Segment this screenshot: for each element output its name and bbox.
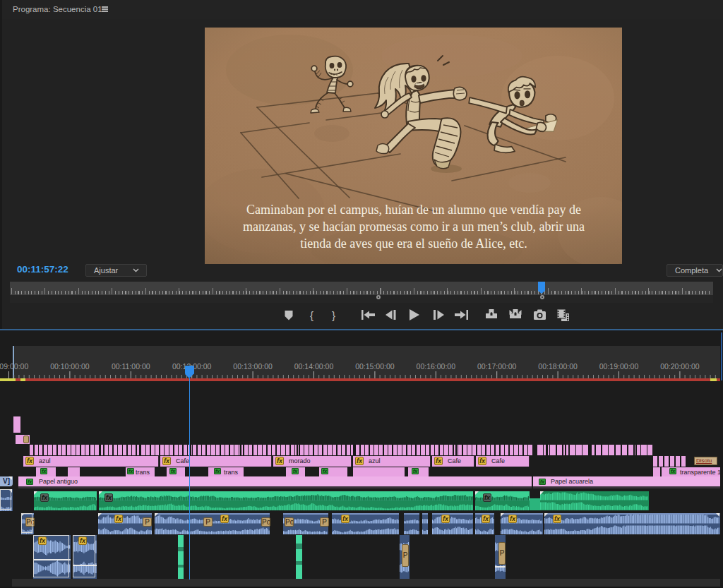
svg-text:tienda de aves que era el sueñ: tienda de aves que era el sueño de Alice… bbox=[300, 236, 527, 251]
svg-text:00:20:00:00: 00:20:00:00 bbox=[660, 362, 700, 371]
svg-text:manzanas, y se hacían promesas: manzanas, y se hacían promesas como ir a… bbox=[243, 220, 585, 234]
svg-text:00:13:00:00: 00:13:00:00 bbox=[233, 362, 273, 371]
svg-text:00:16:00:00: 00:16:00:00 bbox=[417, 362, 456, 371]
svg-text:00:10:00:00: 00:10:00:00 bbox=[50, 362, 90, 371]
svg-text:00:14:00:00: 00:14:00:00 bbox=[294, 362, 334, 371]
svg-text:00:11:00:00: 00:11:00:00 bbox=[112, 362, 150, 371]
svg-text:Caminaban por el campus, huían: Caminaban por el campus, huían de un alu… bbox=[246, 203, 581, 217]
svg-text:00:17:00:00: 00:17:00:00 bbox=[477, 362, 517, 371]
svg-text:00:18:00:00: 00:18:00:00 bbox=[538, 362, 578, 371]
svg-text:}: } bbox=[332, 309, 335, 321]
svg-text:00:19:00:00: 00:19:00:00 bbox=[599, 362, 639, 371]
svg-text:00:09:00:00: 00:09:00:00 bbox=[0, 362, 28, 371]
svg-text:{: { bbox=[310, 309, 313, 321]
svg-text:00:15:00:00: 00:15:00:00 bbox=[355, 362, 395, 371]
